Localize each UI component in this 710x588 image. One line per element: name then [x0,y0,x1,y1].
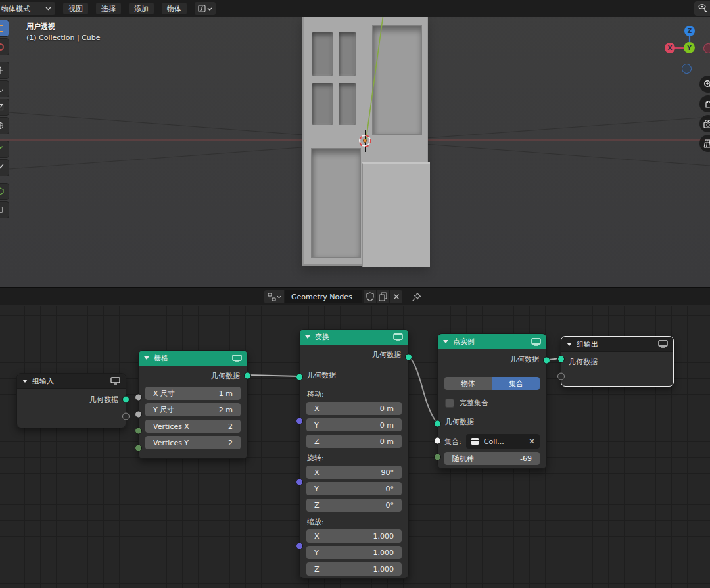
fake-user-button[interactable] [364,290,376,303]
door-recessed-panel [372,25,422,135]
node-tree-icon [268,293,276,301]
new-copy-button[interactable] [377,290,389,303]
mode-dropdown[interactable]: 物体模式 [0,2,55,15]
select-box-icon [0,25,3,32]
cursor-tool-icon [0,43,4,51]
tool-measure[interactable] [0,159,9,176]
rotate-z-field[interactable]: Z0° [306,499,402,512]
socket-size-y[interactable] [135,411,142,418]
socket-label: 几何数据 [307,370,336,380]
socket-size-x[interactable] [135,394,142,401]
size-y-field[interactable]: Y 尺寸2 m [145,403,241,416]
node-grid[interactable]: 栅格 几何数据 X 尺寸1 m Y 尺寸2 m Vertices X2 Vert… [138,350,248,459]
collapse-icon[interactable] [443,340,448,343]
socket-label: 几何数据 [445,417,474,427]
collection-selector[interactable]: Coll... ✕ [466,434,540,449]
socket-geometry-out[interactable] [122,396,130,403]
tool-rotate[interactable] [0,80,9,97]
socket-collection[interactable] [434,437,441,445]
collapse-icon[interactable] [22,380,28,383]
collapse-icon[interactable] [305,335,310,339]
gizmo-axis-x[interactable]: X [665,43,675,53]
unlink-button[interactable] [390,290,402,303]
gizmo-axis-minus-z[interactable] [682,64,692,74]
collection-clear-icon[interactable]: ✕ [529,437,535,446]
socket-geometry-out[interactable] [543,357,550,364]
collapse-icon[interactable] [144,356,149,360]
viewport-toolbar [0,20,9,220]
size-x-field[interactable]: X 尺寸1 m [145,387,241,400]
vertices-y-field[interactable]: Vertices Y2 [145,436,241,449]
falloff-dropdown[interactable] [195,2,216,15]
tool-move[interactable] [0,62,9,79]
socket-geometry-in[interactable] [434,420,441,428]
node-group-input[interactable]: 组输入 几何数据 [16,373,126,428]
socket-geometry-in[interactable] [296,374,303,381]
node-group-output[interactable]: 组输出 几何数据 [561,336,674,387]
node-tree-browse-button[interactable] [264,290,284,303]
navigation-gizmo[interactable]: Z X Y [661,23,710,76]
door-window-hole [312,83,333,125]
translate-z-field[interactable]: Z0 m [306,435,402,448]
menu-view[interactable]: 视图 [63,3,88,14]
socket-geometry-out[interactable] [244,372,251,380]
menu-add[interactable]: 添加 [129,3,154,14]
socket-geometry-in[interactable] [557,356,565,363]
socket-vertices-y[interactable] [135,445,142,452]
socket-scale[interactable] [296,543,303,550]
node-header[interactable]: 变换 [300,330,408,345]
rotate-y-field[interactable]: Y0° [306,482,402,495]
socket-rotation[interactable] [296,479,303,486]
node-header[interactable]: 组输出 [561,337,673,352]
node-editor-canvas[interactable]: 组输入 几何数据 栅格 几何数据 X 尺寸1 m Y 尺寸2 m Vertice… [0,306,710,588]
scale-x-field[interactable]: X1.000 [306,529,402,543]
tool-extra[interactable] [0,201,9,218]
close-icon [393,293,400,300]
seed-field[interactable]: 随机种-69 [444,452,540,465]
socket-virtual[interactable] [122,413,130,420]
node-tree-name-field[interactable]: Geometry Nodes [285,290,362,303]
rotate-x-field[interactable]: X90° [306,466,402,479]
gizmo-axis-minus-x[interactable] [703,43,710,53]
gizmo-axis-z[interactable]: Z [684,26,695,36]
socket-translation[interactable] [296,418,303,425]
scale-z-field[interactable]: Z1.000 [306,562,402,576]
scale-icon [0,103,4,111]
tool-select-box[interactable] [0,20,9,37]
viewport-3d[interactable]: 物体模式 视图 选择 添加 物体 [0,0,710,287]
menu-object[interactable]: 物体 [162,3,187,14]
tool-transform[interactable] [0,117,9,134]
node-header[interactable]: 点实例 [438,334,546,349]
collapse-icon[interactable] [567,343,572,346]
vertices-x-field[interactable]: Vertices X2 [145,420,241,433]
socket-virtual[interactable] [557,373,565,380]
socket-label: 几何数据 [569,357,598,367]
socket-seed[interactable] [434,454,441,461]
tool-annotate[interactable] [0,141,9,158]
transform-icon [0,122,4,130]
translate-x-field[interactable]: X0 m [306,402,402,415]
node-header[interactable]: 组输入 [17,374,126,389]
node-editor-header: Geometry Nodes [0,287,710,305]
whole-collection-checkbox[interactable] [445,399,454,408]
translate-y-field[interactable]: Y0 m [306,418,402,431]
chevron-down-icon [277,295,281,299]
node-point-instance[interactable]: 点实例 几何数据 物体 集合 完整集合 几何数据 集合: Coll... ✕ [437,333,547,469]
tool-cursor[interactable] [0,38,9,55]
tool-add-primitive[interactable] [0,183,9,200]
add-cube-icon [0,187,4,195]
scale-y-field[interactable]: Y1.000 [306,546,402,559]
socket-vertices-x[interactable] [135,428,142,435]
grid-icon [703,139,710,148]
mode-collection-button[interactable]: 集合 [492,377,540,390]
node-transform[interactable]: 变换 几何数据 几何数据 移动: X0 m Y0 m Z0 m 旋转: X90°… [299,329,409,579]
node-title: 组输入 [32,376,54,386]
gizmo-axis-y[interactable]: Y [684,42,695,53]
menu-select[interactable]: 选择 [96,3,121,14]
mode-object-button[interactable]: 物体 [444,377,492,390]
tool-scale[interactable] [0,99,9,116]
visibility-gizmo-button[interactable] [694,1,710,16]
node-header[interactable]: 栅格 [139,351,247,366]
socket-geometry-out[interactable] [405,354,412,361]
pin-button[interactable] [412,292,421,302]
